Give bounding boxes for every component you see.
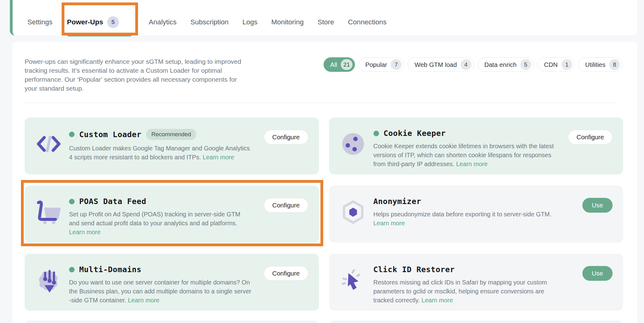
- power-up-title: Multi-Domains: [79, 265, 141, 274]
- filter-label: Data enrich: [484, 61, 517, 68]
- filter-count-badge: 5: [520, 59, 531, 70]
- tab-label: Settings: [27, 18, 52, 26]
- learn-more-link-custom-loader[interactable]: Learn more: [203, 154, 234, 161]
- active-status-dot: [373, 131, 379, 136]
- learn-more-link-poas-data-feed[interactable]: Learn more: [69, 229, 100, 235]
- tab-label: Subscription: [190, 18, 229, 26]
- power-up-description: Set up Profit on Ad Spend (POAS) trackin…: [69, 210, 251, 237]
- tab-label: Connections: [348, 18, 386, 26]
- card-poas-data-feed: POAS Data Feed Set up Profit on Ad Spend…: [25, 186, 319, 243]
- power-ups-grid: Custom Loader Recommended Custom Loader …: [25, 117, 623, 311]
- power-up-description: Cookie Keeper extends cookie lifetimes i…: [373, 142, 556, 169]
- header-row: Power-ups can significantly enhance your…: [25, 57, 623, 93]
- configure-button-poas-data-feed[interactable]: Configure: [264, 198, 308, 213]
- use-button-click-id-restorer[interactable]: Use: [582, 266, 613, 281]
- filter-label: CDN: [544, 61, 558, 68]
- filter-bar: All 21 Popular 7 Web GTM load 4 Data enr…: [324, 57, 622, 72]
- configure-button-cookie-keeper[interactable]: Configure: [568, 130, 613, 145]
- filter-data-enrich[interactable]: Data enrich 5: [478, 57, 534, 72]
- filter-label: All: [330, 61, 337, 68]
- tab-count-badge: 5: [107, 16, 119, 28]
- next-card-stub: [329, 321, 623, 323]
- active-status-dot: [69, 267, 75, 272]
- learn-more-link-click-id-restorer[interactable]: Learn more: [422, 297, 453, 304]
- recommended-badge: Recommended: [146, 129, 196, 140]
- tab-settings[interactable]: Settings: [27, 18, 52, 26]
- active-status-dot: [69, 199, 75, 204]
- card-cookie-keeper: Cookie Keeper Cookie Keeper extends cook…: [329, 117, 623, 174]
- power-up-title: Cookie Keeper: [384, 129, 446, 138]
- power-up-description: Do you want to use one server container …: [69, 278, 251, 305]
- learn-more-link-cookie-keeper[interactable]: Learn more: [456, 161, 487, 167]
- active-status-dot: [69, 132, 75, 137]
- power-up-description: Custom Loader makes Google Tag Manager a…: [69, 144, 251, 162]
- configure-button-multi-domains[interactable]: Configure: [264, 266, 308, 281]
- power-up-title: POAS Data Feed: [79, 197, 146, 206]
- power-up-description: Restores missing ad click IDs in Safari …: [373, 278, 556, 305]
- card-click-id-restorer: Click ID Restorer Restores missing ad cl…: [329, 254, 623, 311]
- brain-icon: [34, 265, 63, 295]
- cookie-icon: [338, 129, 368, 159]
- filter-cdn[interactable]: CDN 1: [537, 57, 575, 72]
- card-custom-loader: Custom Loader Recommended Custom Loader …: [25, 117, 319, 174]
- filter-count-badge: 4: [461, 59, 471, 70]
- content-card: Power-ups can significantly enhance your…: [12, 42, 637, 323]
- filter-count-badge: 7: [391, 59, 401, 70]
- tab-monitoring[interactable]: Monitoring: [271, 18, 304, 26]
- tab-store[interactable]: Store: [318, 18, 334, 26]
- tab-connections[interactable]: Connections: [348, 18, 386, 26]
- next-card-stub: [25, 321, 319, 323]
- learn-more-link-multi-domains[interactable]: Learn more: [128, 297, 159, 304]
- use-button-anonymizer[interactable]: Use: [582, 198, 613, 213]
- power-up-description: Helps pseudonymize data before exporting…: [373, 210, 556, 228]
- power-up-title: Custom Loader: [79, 130, 141, 139]
- power-up-title: Anonymizer: [373, 197, 422, 206]
- card-anonymizer: Anonymizer Helps pseudonymize data befor…: [329, 186, 623, 243]
- cart-icon: [34, 197, 63, 227]
- tab-label: Store: [318, 18, 334, 26]
- card-multi-domains: Multi-Domains Do you want to use one ser…: [25, 254, 319, 311]
- tab-power-ups[interactable]: Power-Ups 5: [67, 16, 119, 28]
- hexagon-icon: [338, 197, 368, 227]
- filter-label: Popular: [365, 61, 387, 68]
- tab-bar: Settings Power-Ups 5 Analytics Subscript…: [27, 16, 386, 28]
- tab-label: Power-Ups: [67, 18, 103, 26]
- filter-web-gtm-load[interactable]: Web GTM load 4: [408, 57, 474, 72]
- tab-bar-card: Settings Power-Ups 5 Analytics Subscript…: [10, 0, 637, 35]
- filter-count-badge: 21: [341, 59, 352, 70]
- intro-text: Power-ups can significantly enhance your…: [25, 57, 242, 93]
- next-row: [25, 321, 623, 323]
- learn-more-link-anonymizer[interactable]: Learn more: [373, 220, 405, 227]
- filter-popular[interactable]: Popular 7: [359, 57, 404, 72]
- tab-analytics[interactable]: Analytics: [149, 18, 177, 26]
- cursor-icon: [338, 265, 368, 295]
- active-tab-underline: [67, 34, 131, 36]
- configure-button-custom-loader[interactable]: Configure: [264, 130, 308, 145]
- divider: [25, 103, 617, 103]
- filter-label: Web GTM load: [414, 61, 457, 68]
- tab-subscription[interactable]: Subscription: [190, 18, 229, 26]
- filter-count-badge: 1: [561, 59, 572, 70]
- code-icon: [34, 129, 63, 159]
- power-up-title: Click ID Restorer: [373, 265, 455, 274]
- filter-label: Utilities: [585, 61, 605, 68]
- tab-logs[interactable]: Logs: [243, 18, 258, 26]
- tab-label: Analytics: [149, 18, 177, 26]
- filter-utilities[interactable]: Utilities 8: [578, 57, 622, 72]
- tab-label: Logs: [243, 18, 258, 26]
- tab-label: Monitoring: [271, 18, 304, 26]
- filter-count-badge: 8: [609, 59, 620, 70]
- filter-all[interactable]: All 21: [324, 57, 355, 72]
